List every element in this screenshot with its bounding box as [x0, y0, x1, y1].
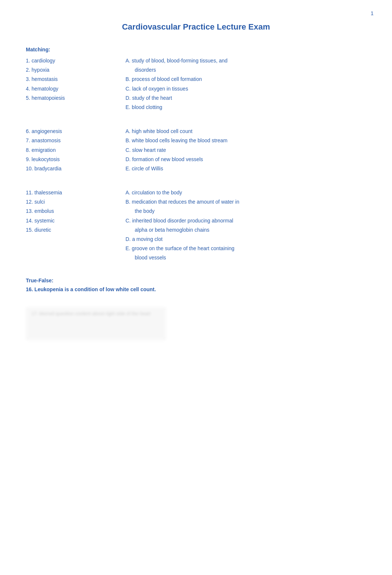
page-title: Cardiovascular Practice Lecture Exam [26, 22, 366, 32]
list-item: 8. emigration [26, 146, 122, 155]
answer-item: blood vessels [122, 253, 366, 262]
answer-item: B. process of blood cell formation [122, 75, 366, 84]
list-item: 6. angiogenesis [26, 127, 122, 136]
page-number: 1 [371, 10, 374, 16]
matching-group-2: 6. angiogenesis 7. anastomosis 8. emigra… [26, 127, 366, 173]
answer-item: A. circulation to the body [122, 188, 366, 197]
list-item: 1. cardiology [26, 56, 122, 65]
list-item: 2. hypoxia [26, 65, 122, 75]
matching-group-2-left: 6. angiogenesis 7. anastomosis 8. emigra… [26, 127, 122, 173]
true-false-section: True-False: 16. Leukopenia is a conditio… [26, 278, 366, 292]
list-item: 11. thalessemia [26, 188, 122, 197]
answer-item: D. study of the heart [122, 93, 366, 103]
answer-item: C. lack of oxygen in tissues [122, 84, 366, 93]
answer-item: D. a moving clot [122, 235, 366, 244]
list-item: 7. anastomosis [26, 136, 122, 145]
answer-item: D. formation of new blood vessels [122, 155, 366, 164]
answer-item: B. white blood cells leaving the blood s… [122, 136, 366, 145]
list-item: 5. hematopoiesis [26, 93, 122, 103]
matching-group-1-right: A. study of blood, blood-forming tissues… [122, 56, 366, 112]
list-item: 9. leukocytosis [26, 155, 122, 164]
true-false-label: True-False: [26, 278, 366, 283]
matching-group-1-left: 1. cardiology 2. hypoxia 3. hemostasis 4… [26, 56, 122, 112]
list-item: 3. hemostasis [26, 75, 122, 84]
matching-group-3-left: 11. thalessemia 12. sulci 13. embolus 14… [26, 188, 122, 263]
answer-item: E. blood clotting [122, 103, 366, 112]
true-false-item-16: 16. Leukopenia is a condition of low whi… [26, 286, 366, 292]
answer-item: C. inherited blood disorder producing ab… [122, 216, 366, 225]
matching-group-3: 11. thalessemia 12. sulci 13. embolus 14… [26, 188, 366, 263]
matching-label: Matching: [26, 47, 366, 52]
matching-group-2-right: A. high white blood cell count B. white … [122, 127, 366, 173]
answer-item: E. groove on the surface of the heart co… [122, 244, 366, 253]
answer-item: disorders [122, 65, 366, 75]
list-item: 14. systemic [26, 216, 122, 225]
answer-item: A. high white blood cell count [122, 127, 366, 136]
answer-item: C. slow heart rate [122, 146, 366, 155]
answer-item: E. circle of Willis [122, 164, 366, 173]
answer-item: A. study of blood, blood-forming tissues… [122, 56, 366, 65]
list-item: 4. hematology [26, 84, 122, 93]
list-item: 10. bradycardia [26, 164, 122, 173]
blurred-content-area: 17. blurred question content about right… [26, 307, 166, 340]
matching-group-1: 1. cardiology 2. hypoxia 3. hemostasis 4… [26, 56, 366, 112]
list-item: 13. embolus [26, 207, 122, 216]
list-item: 15. diuretic [26, 225, 122, 235]
answer-item: B. medication that reduces the amount of… [122, 197, 366, 207]
answer-item: the body [122, 207, 366, 216]
answer-item: alpha or beta hemoglobin chains [122, 225, 366, 235]
blurred-text: 17. blurred question content about right… [26, 307, 166, 320]
matching-group-3-right: A. circulation to the body B. medication… [122, 188, 366, 263]
list-item: 12. sulci [26, 197, 122, 207]
